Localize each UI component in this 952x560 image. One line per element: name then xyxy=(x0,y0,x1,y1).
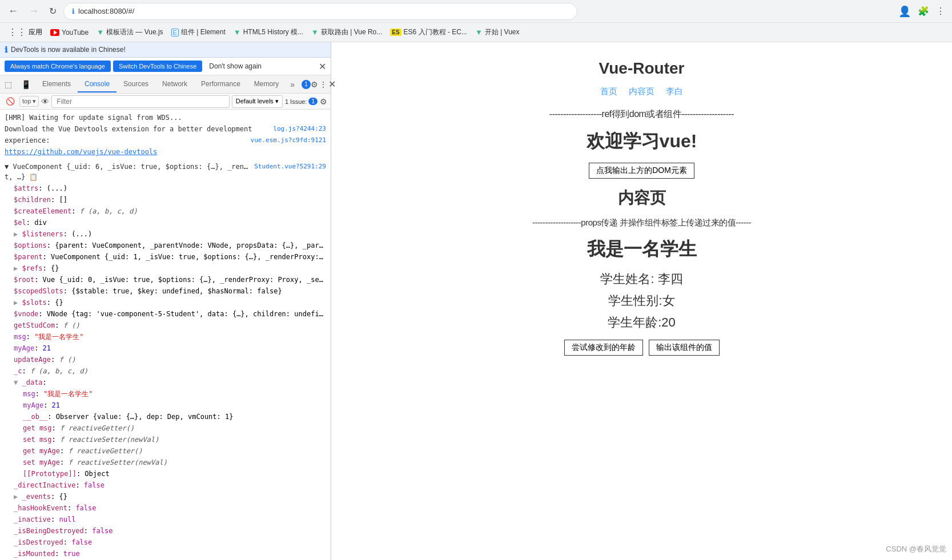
nav-link-libai[interactable]: 李白 xyxy=(666,86,683,97)
student-age: 学生年龄:20 xyxy=(442,314,842,331)
console-line-github: https://github.com/vuejs/vue-devtools xyxy=(0,146,331,158)
props-section: -------------------props传递 并操作组件标签上传递过来的… xyxy=(442,217,842,228)
address-secure-icon: ℹ xyxy=(72,7,75,15)
nav-link-home[interactable]: 首页 xyxy=(600,86,617,97)
address-text: localhost:8080/#/ xyxy=(78,7,134,15)
bookmarks-bar: ⋮⋮ 应用 YouTube ▼ 模板语法 — Vue.js E 组件 | Ele… xyxy=(0,23,952,42)
vuecomp-link[interactable]: Student.vue?5291:29 xyxy=(254,162,326,172)
prop-isbeingdestroyed: _isBeingDestroyed: false xyxy=(0,525,331,537)
issues-badge: 1 Issue: 1 xyxy=(285,98,318,105)
student-name: 学生姓名: 李四 xyxy=(442,271,842,288)
csdn-watermark: CSDN @春风觉觉 xyxy=(886,544,946,554)
extensions-button[interactable]: 🧩 xyxy=(915,3,931,20)
inspect-element-button[interactable]: ⬚ xyxy=(0,78,17,91)
prop-root: $root: Vue {_uid: 0, _isVue: true, $opti… xyxy=(0,274,331,285)
console-content[interactable]: [HMR] Waiting for update signal from WDS… xyxy=(0,110,331,560)
profile-button[interactable]: 👤 xyxy=(896,3,913,20)
vuerouter-vue-icon: ▼ xyxy=(311,28,319,37)
tab-performance[interactable]: Performance xyxy=(194,76,247,92)
devtools-tabs: ⬚ 📱 Elements Console Sources Network Per… xyxy=(0,75,331,94)
prop-data-setmsg: set msg: f reactiveSetter(newVal) xyxy=(0,434,331,445)
prop-listeners: ▶ $listeners: (...) xyxy=(0,228,331,240)
vuecomp-text: ▼ VueComponent {_uid: 6, _isVue: true, $… xyxy=(5,162,250,182)
es6-bookmark[interactable]: ES ES6 入门教程 - EC... xyxy=(387,26,471,38)
apps-bookmark[interactable]: ⋮⋮ 应用 xyxy=(5,26,46,39)
apps-label: 应用 xyxy=(29,27,42,37)
tab-more[interactable]: » xyxy=(286,76,299,92)
tab-sources[interactable]: Sources xyxy=(117,76,155,92)
prop-slots: ▶ $slots: {} xyxy=(0,297,331,308)
download-link[interactable]: log.js?4244:23 xyxy=(273,124,326,134)
devtools-more-options-button[interactable]: ⋮ xyxy=(319,80,327,89)
tab-console[interactable]: Console xyxy=(78,76,117,92)
tab-memory[interactable]: Memory xyxy=(247,76,286,92)
element-bookmark[interactable]: E 组件 | Element xyxy=(168,26,229,38)
prop-children: $children: [] xyxy=(0,194,331,206)
prop-events: ▶ _events: {} xyxy=(0,491,331,502)
try-modify-button[interactable]: 尝试修改到的年龄 xyxy=(564,340,643,356)
console-line-vuecomp: ▼ VueComponent {_uid: 6, _isVue: true, $… xyxy=(0,161,331,183)
clear-console-button[interactable]: 🚫 xyxy=(3,96,17,107)
main-layout: ℹ DevTools is now available in Chinese! … xyxy=(0,42,952,560)
nav-links: 首页 内容页 李白 xyxy=(442,86,842,97)
vuerouter-bookmark[interactable]: ▼ 获取路由 | Vue Ro... xyxy=(308,26,385,38)
vuex-label: 开始 | Vuex xyxy=(485,27,520,37)
student-title: 我是一名学生 xyxy=(442,237,842,262)
console-toolbar: 🚫 top ▾ 👁 Default levels ▾ 1 Issue: 1 ⚙ xyxy=(0,94,331,110)
vuex-bookmark[interactable]: ▼ 开始 | Vuex xyxy=(472,26,523,38)
es6-label: ES6 入门教程 - EC... xyxy=(404,27,467,37)
browser-chrome: ← → ↻ ℹ localhost:8080/#/ 👤 🧩 ⋮ ⋮⋮ 应用 Yo… xyxy=(0,0,952,42)
prop-msg: msg: "我是一名学生" xyxy=(0,331,331,343)
prop-hashookevent: _hasHookEvent: false xyxy=(0,502,331,514)
eye-button[interactable]: 👁 xyxy=(41,97,49,106)
console-top-button[interactable]: top ▾ xyxy=(19,96,39,107)
filter-input[interactable] xyxy=(51,95,229,108)
prop-isdestroyed: _isDestroyed: false xyxy=(0,537,331,548)
nav-reload-button[interactable]: ↻ xyxy=(46,3,60,19)
nav-back-button[interactable]: ← xyxy=(5,3,22,19)
es6-icon: ES xyxy=(390,29,401,36)
output-button[interactable]: 输出该组件的值 xyxy=(649,340,720,356)
device-toolbar-button[interactable]: 📱 xyxy=(17,78,35,91)
nav-link-content[interactable]: 内容页 xyxy=(629,86,654,97)
apps-icon: ⋮⋮ xyxy=(8,27,26,38)
prop-vnode: $vnode: VNode {tag: 'vue-component-5-Stu… xyxy=(0,308,331,320)
prop-createelement: $createElement: f (a, b, c, d) xyxy=(0,206,331,217)
always-match-button[interactable]: Always match Chrome's language xyxy=(5,61,111,72)
nav-forward-button[interactable]: → xyxy=(25,3,42,19)
html5-label: HTML5 History 模... xyxy=(243,27,303,37)
vue-icon: ▼ xyxy=(97,28,104,37)
console-line-hmr: [HMR] Waiting for update signal from WDS… xyxy=(0,112,331,123)
address-bar[interactable]: ℹ localhost:8080/#/ xyxy=(63,3,577,20)
switch-devtools-button[interactable]: Switch DevTools to Chinese xyxy=(113,61,202,72)
element-icon: E xyxy=(171,29,179,37)
html5-vue-icon: ▼ xyxy=(234,28,241,37)
prop-getstudcom: getStudCom: f () xyxy=(0,320,331,331)
issues-label: 1 Issue: xyxy=(285,98,307,105)
prop-ismounted: _isMounted: true xyxy=(0,548,331,559)
prop-data-ob: __ob__: Observer {value: {…}, dep: Dep, … xyxy=(0,411,331,422)
devtools-close-button[interactable]: ✕ xyxy=(328,79,336,90)
tab-network[interactable]: Network xyxy=(155,76,194,92)
browser-toolbar: ← → ↻ ℹ localhost:8080/#/ 👤 🧩 ⋮ xyxy=(0,0,952,23)
vuejs-bookmark[interactable]: ▼ 模板语法 — Vue.js xyxy=(93,26,166,38)
tab-elements[interactable]: Elements xyxy=(35,76,78,92)
default-levels-select[interactable]: Default levels ▾ xyxy=(232,95,283,108)
browser-menu-button[interactable]: ⋮ xyxy=(934,3,947,20)
youtube-icon xyxy=(50,29,59,36)
dont-show-button[interactable]: Don't show again xyxy=(204,60,266,72)
devtools-settings-button[interactable]: ⚙ xyxy=(311,80,318,89)
youtube-bookmark[interactable]: YouTube xyxy=(47,27,92,38)
github-link[interactable]: https://github.com/vuejs/vue-devtools xyxy=(5,148,157,156)
console-settings-button[interactable]: ⚙ xyxy=(320,97,327,106)
prop-data-msg: msg: "我是一名学生" xyxy=(0,388,331,400)
experience-link[interactable]: vue.esm.js?c9fd:9121 xyxy=(251,135,326,146)
vuerouter-label: 获取路由 | Vue Ro... xyxy=(321,27,382,37)
dom-btn[interactable]: 点我输出上方的DOM元素 xyxy=(589,163,694,179)
close-banner-button[interactable]: ✕ xyxy=(319,61,326,72)
ref-section: -------------------ref得到dom或者组件---------… xyxy=(442,108,842,120)
student-actions: 尝试修改到的年龄 输出该组件的值 xyxy=(442,340,842,356)
devtools-panel: ℹ DevTools is now available in Chinese! … xyxy=(0,42,331,560)
html5-bookmark[interactable]: ▼ HTML5 History 模... xyxy=(230,26,307,38)
app-title: Vue-Router xyxy=(442,59,842,78)
